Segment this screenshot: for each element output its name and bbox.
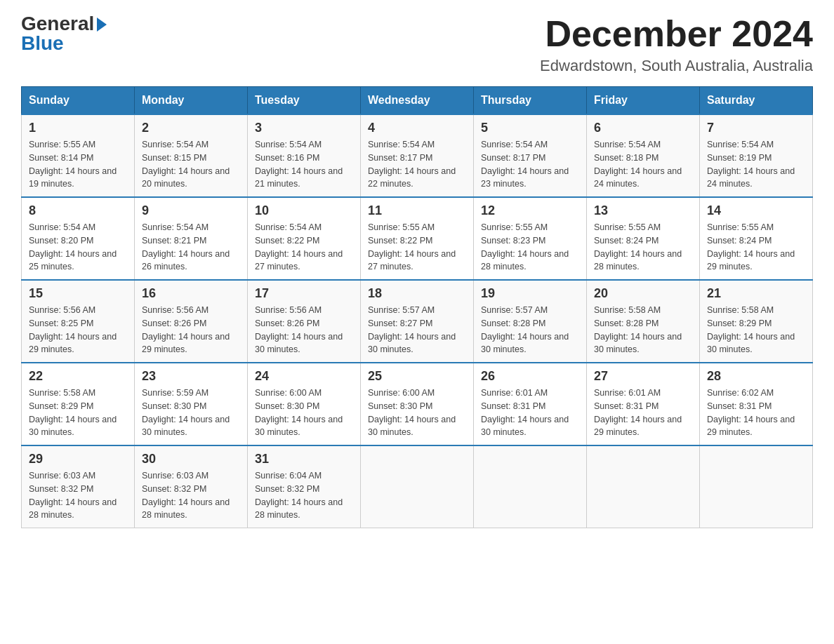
day-number: 3 <box>255 121 353 135</box>
day-number: 11 <box>368 203 466 218</box>
calendar-cell: 21Sunrise: 5:58 AMSunset: 8:29 PMDayligh… <box>700 280 813 363</box>
calendar-cell: 18Sunrise: 5:57 AMSunset: 8:27 PMDayligh… <box>361 280 474 363</box>
day-number: 25 <box>368 369 466 384</box>
day-info: Sunrise: 5:55 AMSunset: 8:23 PMDaylight:… <box>481 221 579 274</box>
calendar-cell: 31Sunrise: 6:04 AMSunset: 8:32 PMDayligh… <box>248 445 361 528</box>
calendar-cell: 1Sunrise: 5:55 AMSunset: 8:14 PMDaylight… <box>22 114 135 197</box>
day-number: 12 <box>481 203 579 218</box>
day-info: Sunrise: 6:03 AMSunset: 8:32 PMDaylight:… <box>142 469 240 522</box>
calendar-cell: 16Sunrise: 5:56 AMSunset: 8:26 PMDayligh… <box>135 280 248 363</box>
day-number: 6 <box>594 121 692 135</box>
page-header: General Blue December 2024 Edwardstown, … <box>21 14 813 75</box>
day-info: Sunrise: 5:54 AMSunset: 8:17 PMDaylight:… <box>481 138 579 191</box>
title-block: December 2024 Edwardstown, South Austral… <box>540 14 813 75</box>
calendar-cell: 20Sunrise: 5:58 AMSunset: 8:28 PMDayligh… <box>587 280 700 363</box>
calendar-cell: 9Sunrise: 5:54 AMSunset: 8:21 PMDaylight… <box>135 197 248 280</box>
day-info: Sunrise: 5:55 AMSunset: 8:24 PMDaylight:… <box>594 221 692 274</box>
day-info: Sunrise: 5:56 AMSunset: 8:25 PMDaylight:… <box>29 304 127 356</box>
day-info: Sunrise: 5:54 AMSunset: 8:17 PMDaylight:… <box>368 138 466 191</box>
calendar-cell: 19Sunrise: 5:57 AMSunset: 8:28 PMDayligh… <box>474 280 587 363</box>
day-number: 8 <box>29 203 127 218</box>
day-info: Sunrise: 5:54 AMSunset: 8:20 PMDaylight:… <box>29 221 127 274</box>
day-number: 24 <box>255 369 353 384</box>
header-thursday: Thursday <box>474 87 587 115</box>
calendar-cell: 22Sunrise: 5:58 AMSunset: 8:29 PMDayligh… <box>22 363 135 445</box>
calendar-cell: 30Sunrise: 6:03 AMSunset: 8:32 PMDayligh… <box>135 445 248 528</box>
day-info: Sunrise: 5:54 AMSunset: 8:16 PMDaylight:… <box>255 138 353 191</box>
day-number: 17 <box>255 286 353 301</box>
day-info: Sunrise: 5:56 AMSunset: 8:26 PMDaylight:… <box>142 304 240 356</box>
day-number: 26 <box>481 369 579 384</box>
calendar-cell: 5Sunrise: 5:54 AMSunset: 8:17 PMDaylight… <box>474 114 587 197</box>
calendar-cell: 13Sunrise: 5:55 AMSunset: 8:24 PMDayligh… <box>587 197 700 280</box>
week-row-4: 22Sunrise: 5:58 AMSunset: 8:29 PMDayligh… <box>22 363 813 445</box>
day-info: Sunrise: 6:02 AMSunset: 8:31 PMDaylight:… <box>707 387 805 439</box>
calendar-cell: 12Sunrise: 5:55 AMSunset: 8:23 PMDayligh… <box>474 197 587 280</box>
day-number: 28 <box>707 369 805 384</box>
day-info: Sunrise: 5:58 AMSunset: 8:29 PMDaylight:… <box>707 304 805 356</box>
day-info: Sunrise: 6:00 AMSunset: 8:30 PMDaylight:… <box>255 387 353 439</box>
logo: General Blue <box>21 14 107 53</box>
day-info: Sunrise: 5:54 AMSunset: 8:21 PMDaylight:… <box>142 221 240 274</box>
day-info: Sunrise: 6:04 AMSunset: 8:32 PMDaylight:… <box>255 469 353 522</box>
header-monday: Monday <box>135 87 248 115</box>
day-number: 18 <box>368 286 466 301</box>
day-number: 2 <box>142 121 240 135</box>
location-text: Edwardstown, South Australia, Australia <box>540 57 813 75</box>
calendar-cell <box>700 445 813 528</box>
day-number: 23 <box>142 369 240 384</box>
calendar-cell: 24Sunrise: 6:00 AMSunset: 8:30 PMDayligh… <box>248 363 361 445</box>
day-info: Sunrise: 5:55 AMSunset: 8:24 PMDaylight:… <box>707 221 805 274</box>
calendar-cell: 10Sunrise: 5:54 AMSunset: 8:22 PMDayligh… <box>248 197 361 280</box>
calendar-cell: 6Sunrise: 5:54 AMSunset: 8:18 PMDaylight… <box>587 114 700 197</box>
day-info: Sunrise: 5:54 AMSunset: 8:19 PMDaylight:… <box>707 138 805 191</box>
calendar-cell: 28Sunrise: 6:02 AMSunset: 8:31 PMDayligh… <box>700 363 813 445</box>
header-wednesday: Wednesday <box>361 87 474 115</box>
day-info: Sunrise: 5:59 AMSunset: 8:30 PMDaylight:… <box>142 387 240 439</box>
day-number: 21 <box>707 286 805 301</box>
logo-arrow-icon <box>97 18 107 32</box>
day-info: Sunrise: 6:01 AMSunset: 8:31 PMDaylight:… <box>594 387 692 439</box>
calendar-cell: 29Sunrise: 6:03 AMSunset: 8:32 PMDayligh… <box>22 445 135 528</box>
day-info: Sunrise: 6:00 AMSunset: 8:30 PMDaylight:… <box>368 387 466 439</box>
day-number: 10 <box>255 203 353 218</box>
day-info: Sunrise: 5:54 AMSunset: 8:22 PMDaylight:… <box>255 221 353 274</box>
calendar-cell: 15Sunrise: 5:56 AMSunset: 8:25 PMDayligh… <box>22 280 135 363</box>
day-number: 27 <box>594 369 692 384</box>
day-info: Sunrise: 5:57 AMSunset: 8:27 PMDaylight:… <box>368 304 466 356</box>
day-number: 19 <box>481 286 579 301</box>
day-info: Sunrise: 5:58 AMSunset: 8:29 PMDaylight:… <box>29 387 127 439</box>
calendar-cell: 4Sunrise: 5:54 AMSunset: 8:17 PMDaylight… <box>361 114 474 197</box>
day-number: 29 <box>29 452 127 467</box>
header-friday: Friday <box>587 87 700 115</box>
week-row-5: 29Sunrise: 6:03 AMSunset: 8:32 PMDayligh… <box>22 445 813 528</box>
day-info: Sunrise: 5:54 AMSunset: 8:15 PMDaylight:… <box>142 138 240 191</box>
week-row-3: 15Sunrise: 5:56 AMSunset: 8:25 PMDayligh… <box>22 280 813 363</box>
header-tuesday: Tuesday <box>248 87 361 115</box>
logo-blue-text: Blue <box>21 34 64 53</box>
calendar-cell: 8Sunrise: 5:54 AMSunset: 8:20 PMDaylight… <box>22 197 135 280</box>
day-number: 20 <box>594 286 692 301</box>
day-info: Sunrise: 5:55 AMSunset: 8:22 PMDaylight:… <box>368 221 466 274</box>
calendar-cell <box>361 445 474 528</box>
day-number: 13 <box>594 203 692 218</box>
week-row-1: 1Sunrise: 5:55 AMSunset: 8:14 PMDaylight… <box>22 114 813 197</box>
day-number: 22 <box>29 369 127 384</box>
day-number: 31 <box>255 452 353 467</box>
day-info: Sunrise: 5:54 AMSunset: 8:18 PMDaylight:… <box>594 138 692 191</box>
day-info: Sunrise: 5:58 AMSunset: 8:28 PMDaylight:… <box>594 304 692 356</box>
day-number: 16 <box>142 286 240 301</box>
day-number: 15 <box>29 286 127 301</box>
calendar-cell <box>587 445 700 528</box>
day-number: 7 <box>707 121 805 135</box>
day-number: 5 <box>481 121 579 135</box>
calendar-cell: 26Sunrise: 6:01 AMSunset: 8:31 PMDayligh… <box>474 363 587 445</box>
header-sunday: Sunday <box>22 87 135 115</box>
calendar-cell: 7Sunrise: 5:54 AMSunset: 8:19 PMDaylight… <box>700 114 813 197</box>
calendar-cell: 3Sunrise: 5:54 AMSunset: 8:16 PMDaylight… <box>248 114 361 197</box>
calendar-cell: 27Sunrise: 6:01 AMSunset: 8:31 PMDayligh… <box>587 363 700 445</box>
day-info: Sunrise: 6:03 AMSunset: 8:32 PMDaylight:… <box>29 469 127 522</box>
day-number: 9 <box>142 203 240 218</box>
day-number: 1 <box>29 121 127 135</box>
logo-general-text: General <box>21 14 94 34</box>
